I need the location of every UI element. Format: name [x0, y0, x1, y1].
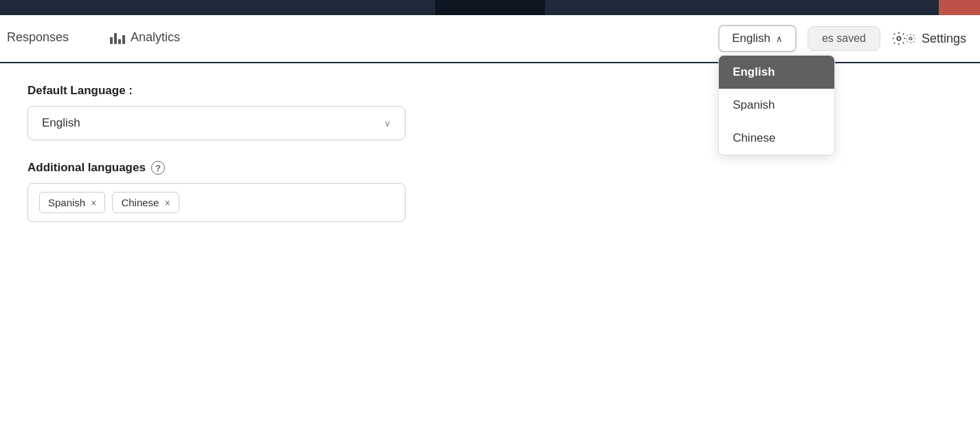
saved-indicator: es saved: [808, 26, 880, 51]
tag-spanish-label: Spanish: [48, 197, 85, 208]
chevron-down-icon: ∨: [384, 118, 391, 129]
analytics-chart-icon: [110, 32, 125, 44]
nav-item-analytics[interactable]: Analytics: [89, 14, 201, 63]
nav-left: Responses Analytics: [0, 14, 201, 63]
settings-label: Settings: [922, 32, 966, 46]
content-area: Default Language : English ∨ Additional …: [0, 63, 619, 243]
tag-spanish: Spanish ×: [39, 192, 105, 213]
additional-languages-label: Additional languages ?: [27, 161, 591, 175]
language-selector-wrapper: English ∧ English Spanish Chinese: [718, 25, 797, 52]
gear-icon: [891, 31, 906, 46]
dropdown-item-spanish[interactable]: Spanish: [719, 89, 834, 122]
analytics-label: Analytics: [131, 30, 180, 45]
default-language-value: English: [42, 116, 80, 130]
svg-point-1: [909, 37, 912, 40]
top-bar-center-logo: [435, 0, 545, 15]
settings-button[interactable]: Settings: [891, 31, 966, 46]
nav-right: English ∧ English Spanish Chinese es sav…: [718, 25, 966, 52]
default-language-select[interactable]: English ∨: [27, 106, 405, 140]
language-button[interactable]: English ∧: [718, 25, 797, 52]
nav-bar: Responses Analytics English ∧ English: [0, 15, 980, 63]
top-bar: [0, 0, 980, 15]
gear-icon-2: [905, 33, 916, 44]
top-bar-accent: [939, 0, 980, 15]
language-button-label: English: [732, 32, 770, 45]
tag-spanish-remove[interactable]: ×: [91, 198, 96, 208]
nav-item-responses[interactable]: Responses: [0, 14, 89, 63]
chevron-up-icon: ∧: [776, 34, 783, 44]
svg-point-0: [897, 36, 901, 41]
tag-chinese: Chinese ×: [112, 192, 179, 213]
tag-chinese-remove[interactable]: ×: [164, 198, 170, 208]
additional-languages-tags-box: Spanish × Chinese ×: [27, 183, 405, 222]
help-icon[interactable]: ?: [151, 161, 165, 175]
dropdown-item-chinese[interactable]: Chinese: [719, 122, 834, 155]
dropdown-item-english[interactable]: English: [719, 56, 834, 89]
language-dropdown: English Spanish Chinese: [718, 55, 835, 155]
default-language-label: Default Language :: [27, 84, 591, 98]
responses-label: Responses: [7, 30, 69, 45]
tag-chinese-label: Chinese: [121, 197, 159, 208]
